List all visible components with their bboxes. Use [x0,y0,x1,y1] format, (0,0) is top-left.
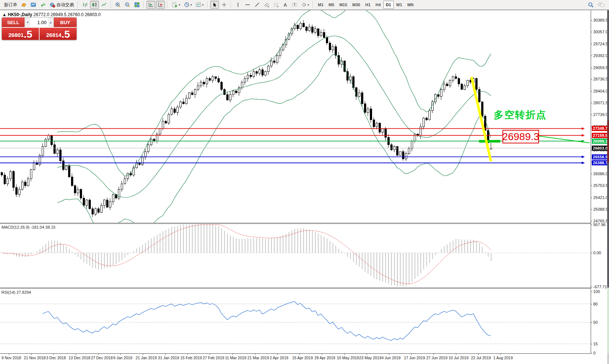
price-tick-mark [591,56,592,56]
date-label: 23 May 2019 [359,356,382,360]
date-tick-mark [478,353,479,355]
new-chart-button[interactable] [29,1,38,9]
zoom-in-button[interactable] [114,1,122,9]
date-tick-mark [344,353,345,355]
vertical-line-button[interactable] [234,1,242,9]
timeframe-button-mn[interactable]: MN [405,1,416,9]
macd-indicator-panel[interactable] [0,224,591,288]
price-tick-mark [591,185,592,186]
line-chart-button[interactable] [100,1,108,9]
main-macd-separator[interactable] [0,223,591,224]
timeframe-button-h4[interactable]: H4 [373,1,383,9]
price-tick-label: 26086.0 [593,172,608,176]
autotrading-icon [49,2,55,8]
turning-point-annotation[interactable]: 多空转折点 [494,108,547,121]
indicators-button[interactable]: ▾ [170,1,182,9]
search-button[interactable] [586,1,595,9]
signals-icon [40,2,46,8]
macd-tick-mark [591,225,592,225]
timeframe-button-m5[interactable]: M5 [326,1,337,9]
chart-ohlc: 26772.0 26949.5 26760.0 26803.0 [33,12,101,17]
macd-rsi-separator[interactable] [0,288,591,289]
trendline-button[interactable] [253,1,261,9]
date-tick-mark [9,353,9,355]
toolbar-separator [313,1,313,8]
chart-shift-button[interactable] [156,1,165,9]
templates-button[interactable]: ▾ [194,1,205,9]
date-label: 31 Jan 2019 [158,356,179,360]
zoom-out-button[interactable] [123,1,132,9]
price-tick-mark [591,79,592,79]
periods-button[interactable]: ▾ [182,1,193,9]
trendline-icon [254,2,260,8]
periods-clock-icon [184,2,190,8]
macd-label: MACD(12.26.9) -181.04 38.15 [1,225,55,229]
timeframe-button-m30[interactable]: M30 [350,1,363,9]
buy-price[interactable]: 26814.5 [40,28,77,40]
volume-down-button[interactable]: ▼ [25,18,30,27]
volume-input[interactable] [30,19,48,26]
date-tick-mark [456,353,456,355]
new-order-button[interactable]: 新订单 [3,1,19,9]
price-callout-box[interactable]: 26989.3 [502,130,539,143]
equidistant-channel-button[interactable]: E [262,1,271,9]
buy-button[interactable]: BUY [54,18,77,27]
edge-strip [607,288,609,353]
arrows-button[interactable]: ▾ [300,1,311,9]
price-tick-label: 28404.0 [593,89,608,93]
search-icon [588,2,594,8]
sell-button[interactable]: SELL [2,18,25,27]
volume-up-button[interactable]: ▲ [48,18,53,27]
candlestick-chart-icon [92,2,97,8]
date-tick-mark [322,353,322,355]
timeframe-button-h1[interactable]: H1 [363,1,373,9]
new-order-label: 新订单 [4,2,17,8]
ticket-icon-button[interactable] [19,1,28,9]
price-axis-flag: 27349.7 [592,126,609,131]
sell-price[interactable]: 26801.5 [2,28,39,40]
date-label: 27 Jun 2019 [426,356,448,360]
macd-tick-mark [591,287,592,287]
chat-icon [598,2,605,8]
date-tick-mark [501,353,501,355]
autotrading-button[interactable]: 自动交易 [48,1,75,9]
bar-chart-icon [82,2,88,8]
chart-shift-icon [157,2,163,8]
date-label: 29 Apr 2019 [315,356,335,360]
auto-scroll-button[interactable] [146,1,155,9]
text-button[interactable]: A [281,1,289,9]
price-tick-mark [591,221,592,221]
price-tick-mark [591,32,592,32]
bar-chart-button[interactable] [81,1,89,9]
price-tick-mark [591,20,592,20]
collapse-marker-icon[interactable]: ▲ [2,12,7,17]
timeframe-button-m15[interactable]: M15 [337,1,350,9]
fibonacci-icon: F [273,2,279,8]
tile-windows-button[interactable] [133,1,141,9]
horizontal-line-button[interactable] [243,1,252,9]
macd-tick-mark [591,253,592,253]
tile-windows-icon [134,2,140,8]
date-tick-mark [434,353,434,355]
price-tick-label: 28736.5 [593,77,608,81]
indicators-icon [171,2,178,8]
macd-tick-label: 567.96 [593,222,606,227]
text-label-button[interactable]: T [290,1,299,9]
rsi-value: 27.8294 [16,290,31,294]
fibonacci-button[interactable]: F [272,1,281,9]
timeframe-button-d1[interactable]: D1 [383,1,394,9]
macd-tick-label: -677.71 [593,285,607,289]
macd-values: -181.04 38.15 [30,225,55,229]
cursor-button[interactable] [210,1,219,9]
price-tick-mark [591,68,592,68]
signals-button[interactable] [38,1,47,9]
chat-button[interactable] [596,1,606,9]
rsi-indicator-panel[interactable] [0,289,591,354]
timeframe-button-m1[interactable]: M1 [315,1,326,9]
crosshair-button[interactable] [220,1,229,9]
chart-title: ▲ HK50-,Daily 26772.0 26949.5 26760.0 26… [2,12,101,17]
timeframe-button-w1[interactable]: W1 [394,1,405,9]
date-label: 27 Dec 2018 [91,356,113,360]
date-label: 3 Dec 2018 [46,356,66,360]
candlestick-chart-button[interactable] [90,1,99,9]
